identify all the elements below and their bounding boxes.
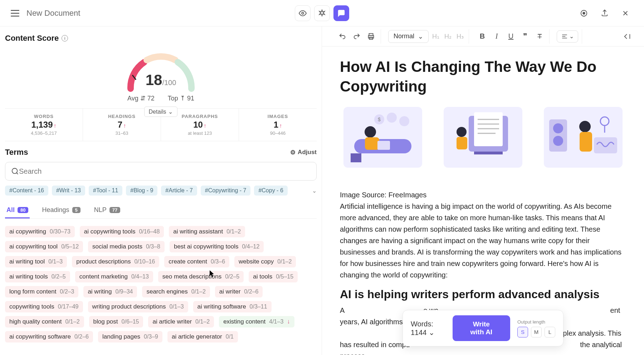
search-input[interactable] [19,167,311,176]
record-button[interactable] [576,5,592,21]
hashtag[interactable]: #Article - 7 [161,186,197,196]
doc-heading[interactable]: How AI Is Changing The Way We Do Copywri… [340,57,626,96]
term-chip[interactable]: create content0/3–6 [164,256,229,267]
stat-images: IMAGES 1↑ 90–446 [239,109,317,141]
adjust-button[interactable]: ⚙Adjust [290,149,317,156]
term-chip[interactable]: website copy0/1–2 [234,256,296,267]
term-chip[interactable]: ai copywriting tools0/16–48 [80,226,164,237]
term-chip[interactable]: ai copywriting software0/2–6 [5,331,93,342]
word-count[interactable]: Words: 1144 ⌄ [411,320,445,337]
collapse-button[interactable] [621,30,633,43]
term-chip[interactable]: ai article writer0/1–2 [148,316,214,327]
tab-nlp[interactable]: NLP77 [93,203,122,218]
chat-button[interactable] [333,5,349,21]
svg-point-27 [553,123,563,133]
svg-point-28 [553,136,563,146]
term-chip[interactable]: blog post0/6–15 [89,316,143,327]
quote-button[interactable]: ❞ [519,30,531,43]
term-chip[interactable]: ai writing0/9–34 [83,286,137,297]
top-label: Top [168,95,178,102]
document-title[interactable]: New Document [26,9,80,18]
svg-rect-16 [351,153,361,162]
illustration-row: $ [340,107,626,168]
term-chip[interactable]: social media posts0/3–8 [88,241,165,252]
redo-button[interactable] [351,30,363,43]
share-button[interactable] [597,5,613,21]
hashtag[interactable]: #Content - 16 [5,186,48,196]
terms-cloud: ai copywriting0/30–73ai copywriting tool… [5,226,317,355]
write-with-ai-button[interactable]: Write with AI [453,315,510,341]
tab-all[interactable]: All80 [5,203,30,218]
term-chip[interactable]: long form content0/2–3 [5,286,78,297]
term-chip[interactable]: ai writing software0/3–11 [193,301,272,312]
term-chip[interactable]: existing content4/1–3 ↓ [219,316,294,327]
clear-format-button[interactable]: T̶ [533,30,546,43]
svg-point-15 [399,116,409,126]
search-icon [11,167,19,175]
illustration [444,107,522,168]
term-chip[interactable]: ai writing tool0/1–3 [5,256,67,267]
avg-value: 72 [147,95,155,102]
svg-rect-25 [474,152,503,154]
tab-headings[interactable]: Headings5 [40,203,82,218]
term-chip[interactable]: ai copywriting0/30–73 [5,226,75,237]
underline-button[interactable]: U [505,30,517,43]
term-chip[interactable]: ai writing tools0/2–5 [5,271,70,282]
term-chip[interactable]: content marketing0/4–13 [75,271,153,282]
hashtag[interactable]: #Writ - 13 [52,186,85,196]
style-dropdown[interactable]: Normal⌄ [388,30,429,43]
menu-icon[interactable] [11,10,19,16]
svg-point-9 [365,126,376,138]
doc-subheading[interactable]: AI is helping writers perform advanced a… [340,288,626,301]
h3-button[interactable]: H₃ [455,33,465,40]
close-button[interactable] [618,5,633,21]
print-button[interactable] [365,30,377,43]
term-chip[interactable]: ai article generator0/1 [167,331,238,342]
term-chip[interactable]: ai tools0/5–15 [249,271,298,282]
svg-point-14 [387,113,397,123]
body-paragraph[interactable]: Artificial intelligence is having a big … [340,202,621,279]
term-chip[interactable]: best ai copywriting tools0/4–12 [170,241,264,252]
term-chip[interactable]: search engines0/1–2 [142,286,210,297]
chevron-down-icon: ⌄ [418,33,423,40]
align-dropdown[interactable]: ⌄ [557,30,578,43]
term-chip[interactable]: product descriptions0/10–16 [72,256,159,267]
term-chip[interactable]: writing product descriptions0/1–3 [88,301,188,312]
svg-text:$: $ [378,117,381,122]
size-m-button[interactable]: M [531,327,542,337]
illustration [544,107,623,168]
term-chip[interactable]: landing pages0/3–9 [98,331,162,342]
term-chip[interactable]: seo meta descriptions0/2–5 [158,271,244,282]
terms-search[interactable] [5,162,317,181]
hashtag[interactable]: #Copy - 6 [254,186,287,196]
svg-rect-11 [377,141,390,150]
svg-rect-31 [594,137,617,153]
svg-point-2 [583,12,585,14]
bold-button[interactable]: B [476,30,488,43]
svg-rect-30 [580,132,592,152]
term-chip[interactable]: ai copywriting tool0/5–12 [5,241,83,252]
preview-button[interactable] [295,5,311,21]
hashtag[interactable]: #Blog - 9 [126,186,157,196]
score-gauge: 18/100 [122,49,200,92]
details-dropdown[interactable]: Details ⌄ [144,107,178,117]
undo-button[interactable] [336,30,348,43]
optimize-button[interactable] [314,5,330,21]
italic-button[interactable]: I [491,30,503,43]
size-l-button[interactable]: L [545,327,555,337]
top-value: 91 [187,95,194,102]
hashtag[interactable]: #Tool - 11 [89,186,122,196]
h1-button[interactable]: H₁ [431,33,441,40]
term-chip[interactable]: ai writing assistant0/1–2 [169,226,245,237]
score-denominator: /100 [162,79,176,87]
chevron-down-icon[interactable]: ⌄ [312,187,317,194]
svg-point-4 [12,168,18,174]
h2-button[interactable]: H₂ [443,33,453,40]
size-s-button[interactable]: S [517,327,528,337]
chevron-down-icon: ⌄ [429,329,435,336]
hashtag[interactable]: #Copywriting - 7 [201,186,251,196]
term-chip[interactable]: ai writer0/2–6 [215,286,263,297]
info-icon[interactable]: i [62,35,68,41]
term-chip[interactable]: copywriting tools0/17–49 [5,301,83,312]
term-chip[interactable]: high quality content0/1–2 [5,316,84,327]
